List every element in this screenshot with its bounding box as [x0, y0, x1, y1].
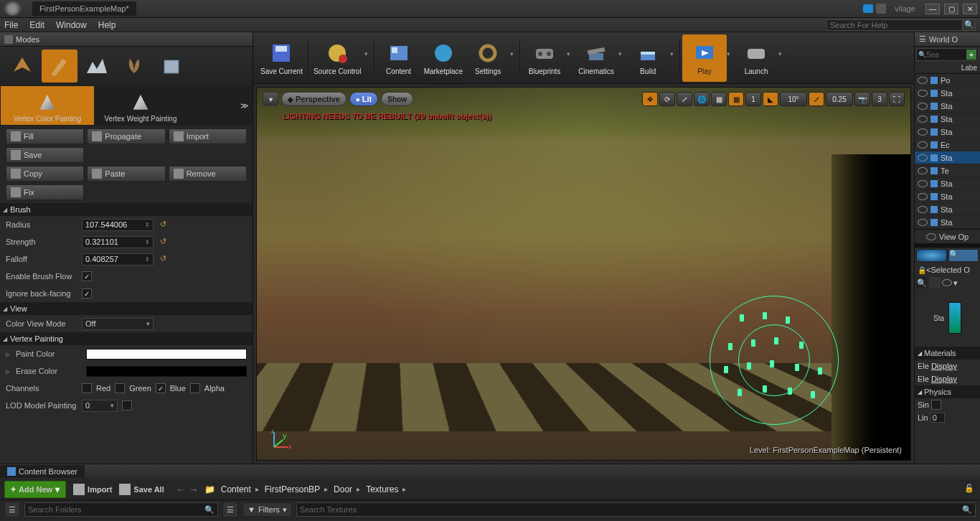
red-checkbox[interactable]	[82, 383, 92, 393]
eye-icon[interactable]	[918, 103, 928, 110]
camera-speed-icon[interactable]: 📷	[854, 92, 870, 106]
transform-rotate-icon[interactable]: ⟳	[659, 92, 675, 106]
vertex-painting-section[interactable]: Vertex Painting	[0, 332, 253, 345]
mode-foliage[interactable]	[116, 50, 152, 83]
eye-icon[interactable]	[918, 206, 928, 213]
submode-vertex-weight[interactable]: Vertex Weight Painting	[94, 86, 187, 125]
outliner-row[interactable]: Sta	[915, 151, 980, 164]
backface-checkbox[interactable]	[82, 288, 92, 299]
brush-section[interactable]: Brush	[0, 203, 253, 216]
outliner-row[interactable]: Sta	[915, 113, 980, 126]
close-button[interactable]: ✕	[963, 4, 977, 14]
outliner-row[interactable]: Sta	[915, 190, 980, 203]
menu-edit[interactable]: Edit	[29, 20, 44, 30]
search-icon[interactable]: 🔍	[916, 277, 928, 288]
marketplace-button[interactable]: Marketplace	[421, 34, 466, 82]
outliner-row[interactable]: Sta	[915, 100, 980, 113]
mode-place[interactable]	[4, 50, 40, 83]
alpha-checkbox[interactable]	[190, 383, 200, 393]
eye-icon[interactable]	[918, 77, 928, 84]
viewport[interactable]: ▾ ◆ Perspective ● Lit Show ✥ ⟳ ⤢ 🌐 ▦ ▦ 1…	[256, 87, 911, 461]
display-link[interactable]: Display	[931, 362, 957, 370]
angle-snap-value[interactable]: 10°	[780, 92, 807, 106]
outliner-row[interactable]: Po	[915, 74, 980, 87]
expand-icon[interactable]: ▹	[6, 349, 11, 359]
fix-button[interactable]: Fix	[6, 184, 84, 200]
transform-scale-icon[interactable]: ⤢	[677, 92, 692, 106]
save-button[interactable]: Save	[6, 147, 84, 163]
forward-button[interactable]: →	[189, 484, 199, 495]
details-icon[interactable]	[916, 249, 947, 262]
chevron-down-icon[interactable]: ▾	[510, 50, 517, 57]
project-icon[interactable]	[876, 4, 886, 14]
cinematics-button[interactable]: Cinematics	[574, 34, 618, 82]
crumb-textures[interactable]: Textures	[366, 484, 409, 494]
maximize-viewport-icon[interactable]: ⛶	[889, 92, 905, 106]
help-search-input[interactable]	[826, 19, 963, 31]
eye-icon[interactable]	[918, 180, 928, 187]
folder-icon[interactable]: 📁	[204, 484, 215, 494]
camera-speed-value[interactable]: 3	[872, 92, 887, 106]
angle-snap-icon[interactable]: ◣	[763, 92, 778, 106]
chevron-down-icon[interactable]: ▾	[364, 50, 372, 57]
map-tab[interactable]: FirstPersonExampleMap*	[32, 1, 136, 16]
expand-icon[interactable]: ≫	[237, 98, 252, 113]
add-new-button[interactable]: + Add New ▾	[4, 481, 66, 498]
chat-icon[interactable]	[863, 4, 873, 13]
hierarchy-toggle-icon[interactable]: ☰	[222, 502, 238, 517]
content-button[interactable]: Content	[377, 34, 421, 82]
outliner-row[interactable]: Sta	[915, 126, 980, 139]
launch-button[interactable]: Launch	[734, 34, 778, 82]
source-control-button[interactable]: Source Control	[311, 34, 364, 82]
mode-paint[interactable]	[42, 50, 77, 83]
scale-snap-value[interactable]: 0.25	[826, 92, 853, 106]
propagate-button[interactable]: Propagate	[87, 128, 165, 144]
crumb-firstpersonbp[interactable]: FirstPersonBP	[265, 484, 331, 494]
eye-icon[interactable]	[918, 128, 928, 136]
settings-button[interactable]: Settings	[466, 34, 510, 82]
chevron-down-icon[interactable]: ▾	[567, 50, 574, 57]
remove-button[interactable]: Remove	[169, 166, 247, 182]
mode-geometry[interactable]	[154, 50, 189, 83]
colorview-dropdown[interactable]: Off	[82, 318, 154, 330]
reset-icon[interactable]: ↺	[158, 220, 168, 230]
materials-section[interactable]: Materials	[915, 347, 980, 360]
menu-help[interactable]: Help	[98, 20, 116, 30]
lit-button[interactable]: ● Lit	[349, 92, 379, 106]
crumb-content[interactable]: Content	[221, 484, 262, 494]
show-button[interactable]: Show	[381, 92, 413, 106]
radius-input[interactable]: 107.544006	[82, 219, 154, 231]
strength-input[interactable]: 0.321101	[82, 236, 154, 248]
display-link[interactable]: Display	[931, 375, 957, 383]
outliner-row[interactable]: Sta	[915, 177, 980, 190]
eye-icon[interactable]	[918, 141, 928, 149]
view-section[interactable]: View	[0, 302, 253, 315]
viewport-options-button[interactable]: ▾	[263, 92, 278, 106]
grid-snap-value[interactable]: 1	[745, 92, 761, 106]
details-search-icon[interactable]: 🔍	[948, 249, 979, 262]
crumb-door[interactable]: Door	[334, 484, 363, 494]
outliner-column-header[interactable]: Labe	[915, 62, 980, 74]
cb-saveall-button[interactable]: Save All	[119, 484, 164, 495]
mode-landscape[interactable]	[79, 50, 115, 83]
mesh-thumbnail[interactable]	[948, 302, 961, 334]
sources-toggle-icon[interactable]: ☰	[4, 502, 20, 517]
eye-icon[interactable]	[918, 116, 928, 123]
paste-button[interactable]: Paste	[87, 166, 165, 182]
lod-checkbox[interactable]	[122, 400, 132, 410]
copy-button[interactable]: Copy	[6, 166, 84, 182]
blue-checkbox[interactable]	[156, 383, 166, 393]
falloff-input[interactable]: 0.408257	[82, 253, 154, 266]
outliner-search[interactable]: 🔍Sea+	[916, 48, 979, 61]
reset-icon[interactable]: ↺	[158, 254, 168, 264]
search-icon[interactable]: 🔍	[963, 19, 976, 31]
eye-icon[interactable]	[918, 193, 928, 200]
view-options-button[interactable]: View Op	[915, 229, 980, 243]
eye-icon[interactable]	[918, 167, 928, 174]
back-button[interactable]: ←	[176, 484, 186, 495]
search-folders-input[interactable]: Search Folders🔍	[24, 502, 218, 517]
play-button[interactable]: Play	[682, 34, 727, 82]
build-button[interactable]: Build	[626, 34, 670, 82]
menu-file[interactable]: File	[4, 20, 18, 30]
menu-window[interactable]: Window	[56, 20, 87, 30]
